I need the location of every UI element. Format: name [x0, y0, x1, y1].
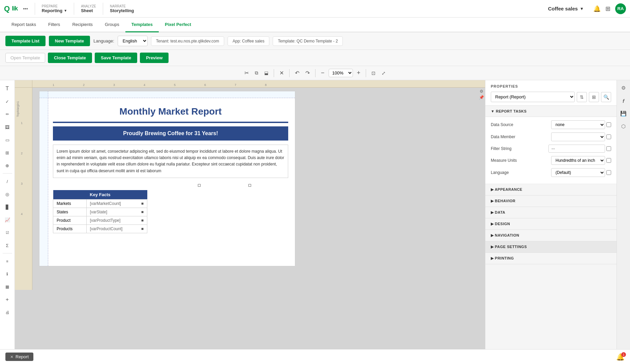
bar-chart-icon[interactable]: ▊ [2, 201, 13, 213]
nav-filters[interactable]: Filters [42, 18, 66, 32]
section-header-report-tasks[interactable]: ▼ REPORT TASKS [485, 106, 617, 117]
section-header-navigation[interactable]: ▶ NAVIGATION [485, 230, 617, 241]
paste-button[interactable]: ⬓ [262, 69, 270, 77]
sel-handle-left[interactable] [198, 184, 201, 187]
notification-button[interactable]: 🔔 1 [616, 353, 625, 361]
nav-pixel-perfect[interactable]: Pixel Perfect [159, 18, 197, 32]
zoom-in-button[interactable]: + [355, 68, 363, 78]
delete-button[interactable]: ✕ [277, 68, 286, 78]
section-header-page-settings[interactable]: ▶ PAGE SETTINGS [485, 241, 617, 253]
section-title-appearance: ▶ APPEARANCE [491, 187, 522, 192]
section-header-design[interactable]: ▶ DESIGN [485, 218, 617, 230]
grid-icon[interactable]: ▦ [2, 281, 13, 293]
measure-units-select[interactable]: Hundredths of an inch [551, 156, 605, 165]
section-header-appearance[interactable]: ▶ APPEARANCE [485, 184, 617, 195]
grid-view-button[interactable]: ⊞ [589, 92, 599, 102]
report-type-select[interactable]: Report (Report) [491, 92, 575, 102]
nav-templates[interactable]: Templates [125, 18, 159, 32]
canvas-area[interactable]: 1 2 3 4 5 6 7 8 TopMargin1 1 2 3 [15, 80, 485, 364]
check-tool-icon[interactable]: ✓ [2, 96, 13, 107]
cut-button[interactable]: ✂ [242, 68, 251, 78]
nav-recipients[interactable]: Recipients [66, 18, 99, 32]
fullscreen-button[interactable]: ⤢ [380, 69, 388, 77]
line-chart-icon[interactable]: 📈 [2, 214, 13, 225]
qlik-logo: Q lik [4, 4, 18, 13]
text-tool-icon[interactable]: T [2, 83, 13, 94]
component-icon[interactable]: ⬡ [619, 121, 629, 131]
copy-button[interactable]: ⧉ [253, 69, 260, 77]
zoom-select[interactable]: 100% 75% 150% [329, 69, 353, 77]
sigma-icon[interactable]: Σ [2, 240, 13, 251]
nav-groups[interactable]: Groups [99, 18, 125, 32]
data-source-select[interactable]: none [551, 120, 605, 129]
save-template-button[interactable]: Save Template [95, 53, 137, 63]
list-icon[interactable]: ≡ [2, 255, 13, 267]
zoom-out-button[interactable]: − [319, 68, 327, 78]
filter-string-input[interactable] [548, 145, 605, 153]
close-template-button[interactable]: Close Template [48, 53, 92, 63]
field-row-measure-units: Measure Units Hundredths of an inch [491, 156, 611, 165]
section-header-data[interactable]: ▶ DATA [485, 207, 617, 218]
tab-close-icon[interactable]: ✕ [10, 355, 13, 359]
crosshair-tool-icon[interactable]: ⊕ [2, 160, 13, 171]
measure-units-checkbox[interactable] [606, 158, 611, 163]
function-icon[interactable]: f [619, 96, 629, 106]
template-list-button[interactable]: Template List [5, 36, 46, 46]
printer-icon[interactable]: 🖨 [2, 307, 13, 318]
nav-report-tasks[interactable]: Report tasks [5, 18, 42, 32]
more-options-button[interactable]: ••• [23, 6, 28, 11]
data-member-select[interactable] [551, 132, 605, 141]
rect-tool-icon[interactable]: ▭ [2, 134, 13, 146]
image-tool-icon[interactable]: 🖼 [2, 121, 13, 133]
language-prop-select[interactable]: (Default) [551, 168, 605, 177]
report-title: Monthly Market Report [53, 99, 288, 120]
language-prop-checkbox[interactable] [606, 170, 611, 175]
section-title-report-tasks: ▼ REPORT TASKS [491, 109, 527, 113]
new-template-button[interactable]: New Template [49, 36, 90, 46]
reporting-label: Reporting [42, 8, 62, 13]
app-name-button[interactable]: Coffee sales ▼ [548, 6, 584, 11]
filter-string-label: Filter String [491, 146, 511, 151]
data-member-checkbox[interactable] [606, 134, 611, 139]
sel-handle-right[interactable] [248, 184, 251, 187]
sort-icon-button[interactable]: ⇅ [577, 92, 587, 102]
canvas-pin-icon[interactable]: 📌 [479, 95, 484, 100]
table-tool-icon[interactable]: ⊞ [2, 147, 13, 158]
fit-page-button[interactable]: ⊡ [369, 69, 378, 77]
notification-bell-button[interactable]: 🔔 [593, 5, 601, 12]
section-title-navigation: ▶ NAVIGATION [491, 233, 519, 238]
analyze-label: Analyze [81, 4, 96, 8]
language-prop-value: (Default) [551, 168, 611, 177]
pen-tool-icon[interactable]: / [2, 176, 13, 187]
section-header-behavior[interactable]: ▶ BEHAVIOR [485, 195, 617, 207]
reporting-dropdown[interactable]: Reporting ▼ [42, 8, 67, 13]
avatar[interactable]: RA [615, 3, 626, 14]
notification-badge: 1 [621, 352, 626, 357]
checkbox-icon[interactable]: ☑ [2, 227, 13, 238]
bottom-bar: ✕ Report 🔔 1 [0, 349, 630, 364]
open-template-button[interactable]: Open Template [5, 53, 45, 63]
left-sep-2 [3, 253, 12, 253]
apps-grid-button[interactable]: ⊞ [605, 5, 610, 12]
language-select[interactable]: English French German [118, 36, 148, 46]
search-panel-button[interactable]: 🔍 [601, 92, 611, 102]
data-source-checkbox[interactable] [606, 122, 611, 127]
edit-tool-icon[interactable]: ✏ [2, 109, 13, 120]
redo-button[interactable]: ↷ [303, 68, 312, 78]
canvas-settings-icon[interactable]: ⚙ [480, 89, 483, 94]
storytelling-label: Storytelling [110, 8, 134, 13]
preview-button[interactable]: Preview [140, 53, 169, 63]
narrate-section: Narrate Storytelling [110, 4, 134, 13]
plus-icon[interactable]: + [2, 294, 13, 305]
section-header-printing[interactable]: ▶ PRINTING [485, 253, 617, 264]
main-layout: T ✓ ✏ 🖼 ▭ ⊞ ⊕ / ◎ ▊ 📈 ☑ Σ ≡ ℹ ▦ + 🖨 1 2 … [0, 80, 630, 364]
properties-header: PROPERTIES Report (Report) ⇅ ⊞ 🔍 [485, 80, 617, 106]
gear-icon[interactable]: ⚙ [619, 83, 629, 93]
undo-button[interactable]: ↶ [293, 68, 301, 78]
save-icon[interactable]: 💾 [619, 109, 629, 119]
filter-string-checkbox[interactable] [606, 146, 611, 151]
info-icon[interactable]: ℹ [2, 268, 13, 280]
shapes-tool-icon[interactable]: ◎ [2, 188, 13, 200]
sep-4 [366, 69, 366, 77]
report-tab[interactable]: ✕ Report [5, 353, 33, 361]
